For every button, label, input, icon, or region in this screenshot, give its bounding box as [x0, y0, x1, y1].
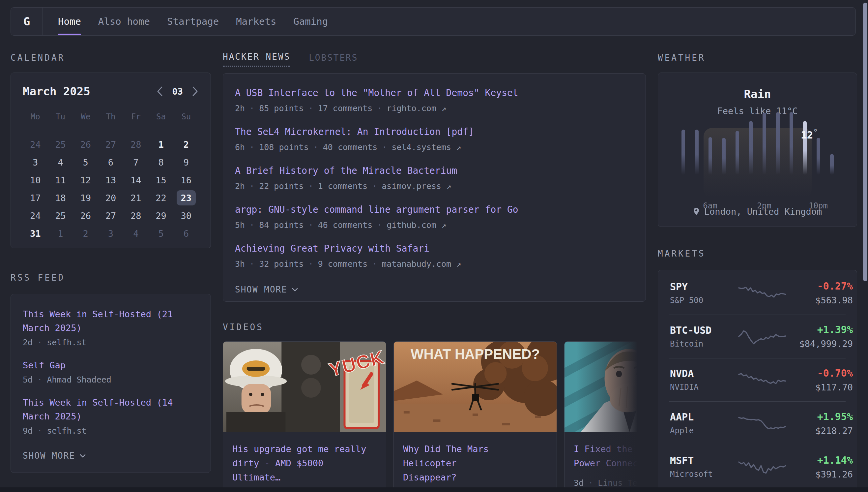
- videos-track: YUCK His upgrade got me really dirty - A…: [223, 341, 646, 492]
- news-item-domain[interactable]: asimov.press: [382, 181, 441, 191]
- news-show-more-button[interactable]: SHOW MORE: [235, 285, 634, 294]
- nav-tabs: HomeAlso homeStartpageMarketsGaming: [43, 7, 328, 35]
- calendar-day: 2: [73, 225, 98, 242]
- video-card[interactable]: DOTHT I Fixed the 5 Power Connect3d·Linu…: [564, 341, 646, 492]
- calendar-day-number: 20: [101, 190, 120, 205]
- sparkline-chart: [737, 281, 787, 303]
- market-row-divider: [669, 445, 846, 445]
- video-title[interactable]: Why Did The Mars Helicopter Disappear?: [403, 442, 547, 485]
- nav-tab-markets[interactable]: Markets: [236, 7, 276, 35]
- calendar-day-number: 15: [152, 172, 171, 188]
- tab-hacker-news[interactable]: HACKER NEWS: [223, 52, 290, 67]
- news-item-title[interactable]: The SeL4 Microkernel: An Introduction [p…: [235, 126, 634, 137]
- market-values: +1.95%$218.27: [787, 411, 853, 436]
- calendar-day-number: 6: [101, 155, 120, 170]
- rss-item-title[interactable]: This Week in Self-Hosted (14 March 2025): [23, 396, 187, 423]
- news-item-points: 32 points: [259, 259, 304, 269]
- news-item-meta: 3h·32 points·9 comments·matanabudy.com↗: [235, 259, 634, 269]
- calendar-day-number: 17: [26, 190, 45, 205]
- news-widget: A USB Interface to the "Mother of All De…: [223, 73, 646, 302]
- rss-show-more-button[interactable]: SHOW MORE: [23, 451, 199, 461]
- calendar-prev-button[interactable]: [156, 86, 163, 97]
- calendar-next-button[interactable]: [191, 86, 199, 97]
- news-item-domain[interactable]: sel4.systems: [392, 143, 451, 152]
- market-ticker[interactable]: BTC-USD: [670, 324, 737, 336]
- calendar-day: 17: [23, 189, 48, 207]
- rss-item-meta: 5d·Ahmad Shadeed: [23, 375, 199, 385]
- weather-time-label: 2pm: [757, 201, 771, 211]
- tab-lobsters[interactable]: LOBSTERS: [309, 53, 358, 67]
- news-item-title[interactable]: Achieving Great Privacy with Safari: [235, 243, 634, 254]
- weather-bar: [749, 121, 753, 175]
- calendar-day: 4: [123, 225, 148, 242]
- calendar-day: 3: [98, 225, 123, 242]
- video-channel: Linus Tec: [598, 478, 642, 488]
- meta-separator: ·: [377, 220, 382, 230]
- nav-tab-home[interactable]: Home: [58, 7, 81, 35]
- calendar-weekday: Tu: [48, 109, 73, 124]
- weather-bars: [682, 112, 834, 175]
- calendar-day: 19: [73, 189, 98, 207]
- market-ticker[interactable]: SPY: [670, 281, 737, 293]
- news-item-domain[interactable]: github.com: [387, 220, 436, 230]
- market-row-divider: [669, 401, 846, 402]
- calendar-day: 29: [148, 207, 173, 225]
- news-item-list: A USB Interface to the "Mother of All De…: [235, 88, 634, 269]
- news-item-title[interactable]: A Brief History of the Miracle Bacterium: [235, 165, 634, 176]
- news-item: A USB Interface to the "Mother of All De…: [235, 88, 634, 113]
- market-price: $563.98: [787, 295, 853, 305]
- news-item-comments: 1 comments: [318, 181, 368, 191]
- video-thumbnail-image[interactable]: DOTHT: [564, 342, 646, 432]
- calendar-day-number: 26: [76, 208, 95, 223]
- svg-text:WHAT HAPPENED?: WHAT HAPPENED?: [411, 346, 540, 362]
- news-item-meta: 2h·85 points·17 comments·righto.com↗: [235, 103, 634, 113]
- calendar-day-number: 5: [152, 226, 171, 241]
- video-card[interactable]: YUCK His upgrade got me really dirty - A…: [223, 341, 386, 492]
- video-card-body: His upgrade got me really dirty - AMD $5…: [223, 432, 386, 492]
- news-item-points: 85 points: [259, 103, 304, 113]
- news-item-title[interactable]: A USB Interface to the "Mother of All De…: [235, 88, 634, 98]
- video-thumbnail-image[interactable]: WHAT HAPPENED?: [394, 342, 557, 432]
- calendar-day: 1: [48, 225, 73, 242]
- news-item-time: 5h: [235, 220, 245, 230]
- calendar-day-number: 19: [76, 190, 95, 205]
- nav-tab-label: Markets: [236, 16, 276, 27]
- calendar-day-number: 30: [177, 208, 196, 223]
- video-card[interactable]: WHAT HAPPENED? Why Did The Mars Helicopt…: [393, 341, 557, 492]
- rss-item-title[interactable]: This Week in Self-Hosted (21 March 2025): [23, 308, 187, 335]
- calendar-day: 26: [73, 136, 98, 153]
- calendar-day-number: 21: [126, 190, 145, 205]
- news-item-domain[interactable]: matanabudy.com: [382, 259, 451, 269]
- map-pin-icon: [693, 207, 700, 216]
- market-change: -0.27%: [787, 280, 853, 292]
- market-row: BTC-USDBitcoin+1.39%$84,999.29: [658, 315, 857, 358]
- nav-tab-also-home[interactable]: Also home: [98, 7, 150, 35]
- calendar-day: 27: [98, 207, 123, 225]
- calendar-day: 28: [123, 136, 148, 153]
- nav-tab-startpage[interactable]: Startpage: [167, 7, 219, 35]
- chevron-right-icon: [191, 86, 199, 97]
- calendar-weekday-row: MoTuWeThFrSaSu: [23, 109, 199, 124]
- video-title[interactable]: I Fixed the 5 Power Connect: [574, 442, 646, 470]
- calendar-day-number: 18: [51, 190, 70, 205]
- calendar-day-number: 2: [177, 137, 196, 152]
- app-logo: G: [11, 7, 43, 35]
- rss-item-title[interactable]: Self Gap: [23, 359, 187, 372]
- meta-separator: ·: [249, 259, 255, 269]
- nav-tab-gaming[interactable]: Gaming: [293, 7, 328, 35]
- news-item-title[interactable]: argp: GNU-style command line argument pa…: [235, 204, 634, 215]
- video-thumbnail-image[interactable]: YUCK: [223, 342, 386, 432]
- page-scrollbar-thumb[interactable]: [863, 3, 867, 281]
- rss-header: RSS FEED: [10, 273, 211, 282]
- market-ticker[interactable]: AAPL: [670, 411, 737, 423]
- calendar-day: 9: [174, 153, 199, 171]
- calendar-day-grid: 2425262728123456789101112131415161718192…: [23, 136, 199, 242]
- calendar-day-number: 7: [126, 155, 145, 170]
- news-item-time: 3h: [235, 259, 245, 269]
- calendar-day: 25: [48, 136, 73, 153]
- meta-separator: ·: [372, 181, 377, 191]
- video-title[interactable]: His upgrade got me really dirty - AMD $5…: [232, 442, 377, 485]
- news-item-domain[interactable]: righto.com: [387, 103, 436, 113]
- market-ticker[interactable]: NVDA: [670, 368, 737, 379]
- market-ticker[interactable]: MSFT: [670, 455, 737, 466]
